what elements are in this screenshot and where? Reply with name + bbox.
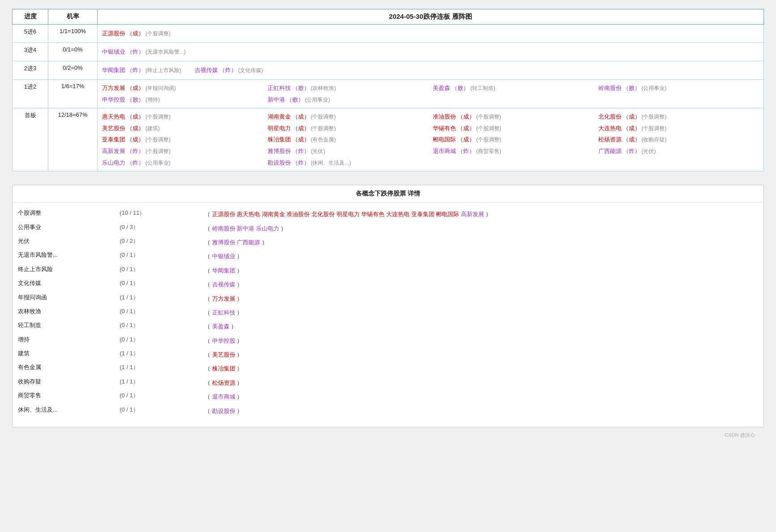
concept-section: 各概念下跌停股票 详情 个股调整(10 / 11）（ 正源股份 惠天热电 湖南黄…: [12, 185, 764, 427]
concept-stock-name: 华闻集团: [212, 267, 237, 274]
list-item: 休闲、生活及...(0 / 1）（ 勘设股份 ）: [13, 404, 763, 418]
concept-name-cell: 增持: [13, 334, 114, 348]
concept-stock-name: 雅博股份: [212, 239, 237, 246]
stock-result: （败）: [127, 94, 144, 105]
cell-content: 惠天热电（成）(个股调整)美艺股份（成）(建筑)亚泰集团（成）(个股调整)高新发…: [98, 108, 764, 171]
list-item: 无退市风险警...(0 / 1）（ 中银绒业 ）: [13, 249, 763, 263]
stock-tag: (农林牧渔): [311, 84, 336, 94]
stock-result: （炸）: [127, 46, 144, 58]
stock-name: 申华控股: [102, 94, 125, 105]
stock-result: （成）: [457, 111, 475, 122]
concept-stock-name: 勘设股份: [212, 408, 237, 414]
stock-name: 美盈森: [433, 83, 450, 93]
concept-stock-name: 正源股份: [212, 211, 237, 217]
concept-stock-name: 万方发展: [212, 295, 237, 302]
stock-name: 万方发展: [102, 83, 125, 93]
stock-tag: (个股调整): [145, 147, 171, 157]
stock-result: （成）: [127, 28, 144, 39]
stock-name: 新中港: [268, 94, 285, 105]
concept-stock-name: 明星电力: [337, 211, 362, 217]
stock-tag: (公用事业): [305, 95, 330, 105]
stock-name: 北化股份: [598, 111, 622, 122]
stock-tag: (个股调整): [145, 112, 171, 122]
stock-name: 明星电力: [268, 123, 291, 133]
list-item: 有色金属(1 / 1）（ 株冶集团 ）: [13, 362, 763, 375]
stock-tag: (光伏): [311, 147, 325, 157]
stock-tag: (商贸零售): [476, 147, 501, 157]
list-item: 光伏(0 / 2）（ 雅博股份 广西能源 ）: [13, 235, 763, 249]
concept-stocks-cell: （ 松炀资源 ）: [199, 376, 763, 390]
list-item: 农林牧渔(0 / 1）（ 正虹科技 ）: [13, 306, 763, 319]
concept-name-cell: 个股调整: [13, 207, 114, 221]
concept-stock-name: 松炀资源: [212, 379, 237, 386]
cell-progress: 1进2: [13, 80, 48, 108]
concept-stock-name: 美盈森: [212, 323, 231, 330]
stock-tag: (文化传媒): [238, 65, 263, 76]
table-title: 2024-05-30跌停连板 雁阵图: [98, 9, 764, 25]
stock-entry: 岭南股份（败）(公用事业): [598, 83, 759, 94]
stock-entry: 惠天热电（成）(个股调整): [102, 111, 263, 122]
concept-stock-name: 美艺股份: [212, 351, 237, 358]
concept-name-cell: 商贸零售: [13, 390, 114, 404]
concept-stock-name: 退市商城: [212, 393, 237, 400]
list-item: 商贸零售(0 / 1）（ 退市商城 ）: [13, 390, 763, 404]
stock-entry: 申华控股（败）(增持): [102, 94, 263, 105]
stock-entry: 高新发展（炸）(个股调整): [102, 146, 263, 157]
stock-result: （成）: [292, 123, 310, 133]
stock-tag: (个股调整): [145, 135, 171, 145]
stock-name: 岭南股份: [598, 83, 622, 93]
stock-result: （炸）: [623, 146, 640, 156]
concept-stocks-cell: （ 中银绒业 ）: [199, 249, 763, 263]
stock-entry: 雅博股份（炸）(光伏): [268, 146, 429, 157]
cell-progress: 5进6: [13, 25, 48, 43]
stock-name: 湖南黄金: [268, 111, 291, 122]
concept-name-cell: 农林牧渔: [13, 306, 114, 319]
stock-result: （成）: [292, 134, 310, 145]
concept-count-cell: (0 / 1）: [114, 404, 199, 418]
concept-stocks-cell: （ 吉视传媒 ）: [199, 277, 763, 291]
cell-progress: 首板: [13, 108, 48, 171]
concept-stock-name: 正虹科技: [212, 309, 237, 316]
list-item: 轻工制造(0 / 1）（ 美盈森 ）: [13, 319, 763, 333]
header-rate: 机率: [48, 9, 98, 25]
concept-stock-name: 湖南黄金: [262, 211, 287, 217]
stock-entry: 勘设股份（炸）(休闲、生活及...): [268, 157, 429, 168]
cell-progress: 3进4: [13, 43, 48, 61]
concept-name-cell: 有色金属: [13, 362, 114, 375]
concept-count-cell: (0 / 1）: [114, 306, 199, 319]
concept-stocks-cell: （ 退市商城 ）: [199, 390, 763, 404]
list-item: 建筑(1 / 1）（ 美艺股份 ）: [13, 348, 763, 362]
concept-stock-name: 株冶集团: [212, 365, 237, 372]
list-item: 终止上市风险(0 / 1）（ 华闻集团 ）: [13, 264, 763, 277]
stock-name: 大连热电: [598, 123, 622, 133]
stock-result: （败）: [292, 83, 310, 93]
concept-stock-name: 乐山电力: [256, 225, 281, 232]
stock-result: （成）: [292, 111, 310, 122]
concept-name-cell: 无退市风险警...: [13, 249, 114, 263]
stock-entry: 中银绒业（炸）(无退市风险警...): [102, 46, 186, 58]
cell-content: 万方发展（成）(年报问询函)申华控股（败）(增持)正虹科技（败）(农林牧渔)新中…: [98, 80, 764, 108]
stock-result: （成）: [127, 123, 144, 133]
concept-count-cell: (0 / 1）: [114, 334, 199, 348]
stock-entry: 新中港（败）(公用事业): [268, 94, 429, 105]
stock-entry: 郴电国际（成）(个股调整): [433, 134, 594, 145]
stock-name: 正源股份: [102, 28, 125, 39]
concept-stocks-cell: （ 株冶集团 ）: [199, 362, 763, 375]
main-board-table: 进度 机率 2024-05-30跌停连板 雁阵图 5进61/1=100%正源股份…: [12, 9, 764, 171]
concept-stock-name: 北化股份: [311, 211, 337, 217]
concept-name-cell: 公用事业: [13, 221, 114, 235]
stock-result: （败）: [286, 94, 304, 105]
concept-name-cell: 收购存疑: [13, 376, 114, 390]
concept-count-cell: (0 / 1）: [114, 390, 199, 404]
stock-name: 正虹科技: [268, 83, 291, 93]
stock-result: （成）: [623, 134, 640, 145]
cell-progress: 2进3: [13, 61, 48, 80]
stock-tag: (公用事业): [145, 158, 171, 168]
concept-stock-name: 中银绒业: [212, 253, 237, 260]
stock-name: 郴电国际: [433, 134, 456, 145]
stock-tag: (个股调整): [311, 124, 336, 134]
concept-count-cell: (0 / 3）: [114, 221, 199, 235]
stock-tag: (个股调整): [642, 112, 667, 122]
stock-tag: (公用事业): [642, 84, 667, 94]
list-item: 文化传媒(0 / 1）（ 吉视传媒 ）: [13, 277, 763, 291]
